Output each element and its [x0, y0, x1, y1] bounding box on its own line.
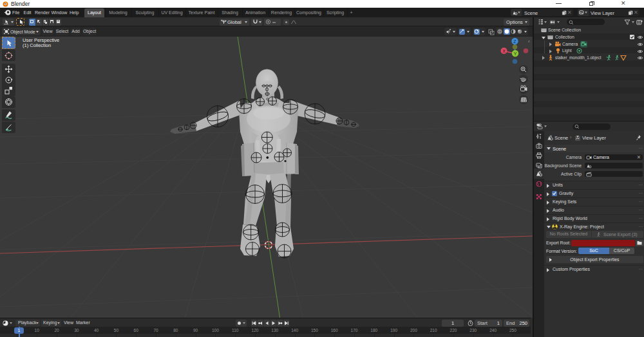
svg-text:X: X [502, 49, 506, 53]
svg-text:Y: Y [514, 51, 517, 56]
svg-text:Z: Z [513, 39, 516, 44]
